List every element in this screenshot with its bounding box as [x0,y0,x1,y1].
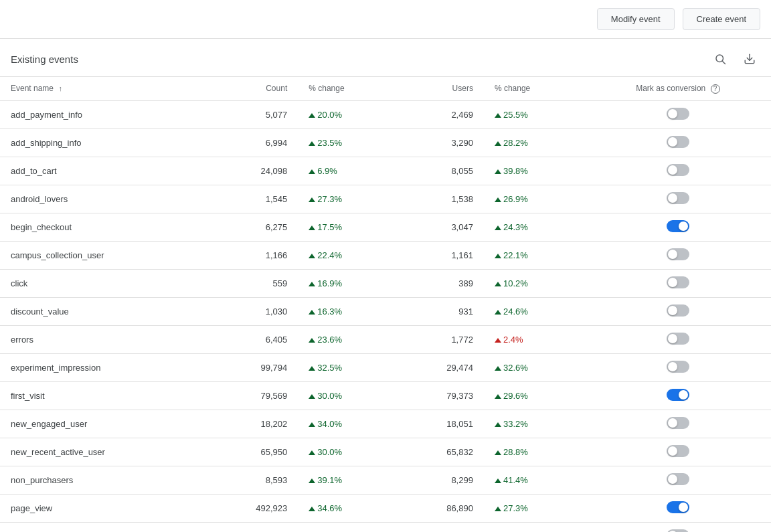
count-cell: 6,994 [205,128,298,157]
users-cell: 931 [399,297,484,325]
sort-icon: ↑ [58,84,62,92]
event-name-cell: add_shipping_info [0,128,205,157]
count-pct-value: 30.0% [317,391,342,401]
conversion-toggle[interactable] [667,529,689,532]
users-cell: 79,373 [399,381,484,410]
count-cell: 6,405 [205,325,298,353]
conversion-toggle-cell [585,466,771,494]
conversion-toggle[interactable] [667,389,689,401]
conversion-toggle[interactable] [667,445,689,457]
conversion-toggle[interactable] [667,164,689,176]
table-row: experiment_impression99,79432.5%29,47432… [0,353,771,381]
search-button[interactable] [709,48,731,70]
trend-arrow-icon [309,197,315,202]
panel-header: Existing events [0,39,771,77]
count-pct-cell: 23.5% [298,128,399,157]
modify-event-button[interactable]: Modify event [597,8,675,30]
users-pct-value: 28.2% [503,138,528,148]
conversion-toggle[interactable] [667,417,689,429]
users-pct-value: 26.9% [503,194,528,204]
count-pct-value: 32.5% [317,363,342,373]
users-pct-value: 24.6% [503,306,528,317]
count-pct-cell: 34.6% [298,494,399,522]
svg-line-1 [723,62,725,64]
trend-arrow-icon [309,394,315,399]
trend-arrow-icon [495,254,501,258]
count-cell: 24,098 [205,157,298,185]
event-name-cell: new_recent_active_user [0,438,205,466]
trend-arrow-icon [495,422,501,427]
count-pct-cell: 23.6% [298,325,399,353]
table-row: predicted_top_spenders70,46235.8%46,7613… [0,522,771,532]
download-button[interactable] [739,48,760,70]
count-cell: 18,202 [205,410,298,438]
trend-arrow-icon [495,169,501,174]
count-pct-cell: 39.1% [298,466,399,494]
conversion-toggle[interactable] [667,192,689,204]
users-cell: 29,474 [399,353,484,381]
conversion-toggle[interactable] [667,304,689,317]
count-cell: 6,275 [205,213,298,241]
users-pct-cell: 39.8% [484,157,585,185]
conversion-toggle[interactable] [667,108,689,120]
top-bar: Modify event Create event [0,0,771,39]
trend-arrow-icon [309,113,315,118]
users-pct-cell: 24.3% [484,213,585,241]
help-icon[interactable]: ? [711,84,720,94]
count-pct-value: 30.0% [317,447,342,457]
col-mark-conversion: Mark as conversion ? [585,77,771,100]
trend-arrow-icon [495,450,501,455]
users-pct-cell: 41.4% [484,466,585,494]
trend-arrow-icon [309,422,315,427]
conversion-toggle[interactable] [667,248,689,260]
count-cell: 79,569 [205,381,298,410]
users-pct-cell: 26.9% [484,185,585,213]
table-row: new_recent_active_user65,95030.0%65,8322… [0,438,771,466]
conversion-toggle[interactable] [667,361,689,373]
event-name-cell: add_payment_info [0,100,205,128]
count-pct-value: 17.5% [317,222,342,232]
conversion-toggle-cell [585,522,771,532]
users-pct-value: 39.8% [503,166,528,176]
conversion-toggle[interactable] [667,473,689,485]
table-row: discount_value1,03016.3%93124.6% [0,297,771,325]
conversion-toggle[interactable] [667,276,689,288]
col-users: Users [399,77,484,100]
trend-arrow-icon [309,478,315,483]
conversion-toggle-cell [585,128,771,157]
conversion-toggle-cell [585,157,771,185]
count-cell: 70,462 [205,522,298,532]
users-pct-value: 27.3% [503,503,528,513]
event-name-cell: non_purchasers [0,466,205,494]
conversion-toggle[interactable] [667,136,689,148]
users-pct-value: 33.2% [503,419,528,429]
count-cell: 8,593 [205,466,298,494]
count-pct-cell: 16.9% [298,269,399,297]
trend-arrow-icon [495,478,501,483]
count-pct-value: 16.3% [317,306,342,317]
users-pct-cell: 25.5% [484,100,585,128]
conversion-toggle[interactable] [667,220,689,232]
count-cell: 1,545 [205,185,298,213]
col-event-name[interactable]: Event name ↑ [0,77,205,100]
conversion-toggle[interactable] [667,333,689,345]
count-pct-value: 6.9% [317,166,337,176]
users-cell: 3,047 [399,213,484,241]
count-pct-cell: 27.3% [298,185,399,213]
count-pct-cell: 35.8% [298,522,399,532]
table-row: add_payment_info5,07720.0%2,46925.5% [0,100,771,128]
count-pct-value: 23.5% [317,138,342,148]
count-pct-cell: 16.3% [298,297,399,325]
users-cell: 2,469 [399,100,484,128]
col-count: Count [205,77,298,100]
create-event-button[interactable]: Create event [683,8,760,30]
users-pct-cell: 24.6% [484,297,585,325]
conversion-toggle[interactable] [667,501,689,513]
users-pct-value: 24.3% [503,222,528,232]
event-name-cell: add_to_cart [0,157,205,185]
trend-arrow-icon [309,254,315,258]
count-pct-cell: 20.0% [298,100,399,128]
users-pct-cell: 32.6% [484,353,585,381]
users-pct-cell: 28.8% [484,438,585,466]
count-pct-cell: 30.0% [298,438,399,466]
